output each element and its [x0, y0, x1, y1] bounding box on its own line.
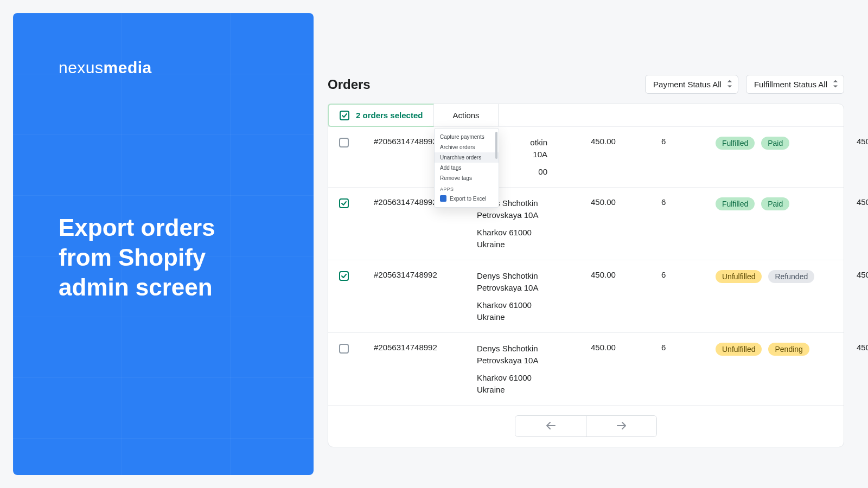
order-id: #2056314748992 — [374, 270, 477, 279]
addr-line1: Denys Shchotkin — [477, 343, 591, 355]
row-checkbox[interactable] — [339, 198, 349, 208]
fulfillment-badge: Fulfilled — [716, 137, 755, 150]
app-icon — [440, 195, 446, 202]
row-checkbox[interactable] — [339, 138, 349, 147]
addr-country: Ukraine — [477, 311, 591, 323]
selection-count-label: 2 orders selected — [356, 111, 423, 120]
menu-item-archive-orders[interactable]: Archive orders — [435, 142, 499, 152]
addr-city: Kharkov 61000 — [477, 372, 591, 384]
page-title: Orders — [328, 77, 371, 92]
status-badges: Unfulfilled Refunded — [716, 270, 857, 283]
table-row[interactable]: #2056314748992 Denys Shchotkin Petrovska… — [328, 188, 844, 260]
payment-status-filter-label: Payment Status All — [653, 80, 722, 89]
addr-city: Kharkov 61000 — [477, 227, 591, 239]
menu-item-export-label: Export to Excel — [450, 196, 486, 202]
actions-menu: Capture payments Archive orders Unarchiv… — [434, 128, 499, 208]
payment-badge: Pending — [768, 343, 809, 356]
addr-line2: Petrovskaya 10A — [477, 355, 591, 367]
promo-panel: nexusmedia Export orders from Shopify ad… — [13, 13, 314, 475]
select-all-checkbox[interactable] — [340, 111, 349, 120]
qty: 6 — [661, 137, 716, 146]
pagination — [328, 405, 844, 447]
sort-icon — [727, 80, 732, 89]
menu-item-add-tags[interactable]: Add tags — [435, 163, 499, 173]
fulfillment-badge: Unfulfilled — [716, 270, 762, 283]
payment-badge: Paid — [761, 137, 789, 150]
promo-headline: Export orders from Shopify admin screen — [59, 213, 268, 302]
payment-badge: Refunded — [768, 270, 814, 283]
addr-line1: Denys Shchotkin — [477, 270, 591, 282]
arrow-left-icon — [546, 423, 556, 431]
status-badges: Fulfilled Paid — [716, 137, 857, 150]
brand-bold: media — [104, 59, 152, 77]
orders-section: Orders Payment Status All Fulfillment St… — [328, 75, 844, 447]
fulfillment-status-filter[interactable]: Fulfillment Status All — [746, 75, 844, 94]
qty: 6 — [661, 197, 716, 207]
addr-country: Ukraine — [477, 239, 591, 251]
amount: 450.00 — [591, 343, 661, 352]
order-id: #2056314748992 — [374, 343, 477, 352]
addr-country: Ukraine — [477, 384, 591, 396]
orders-rows: #2056314748992 otkin 10A 00 450.00 6 Ful… — [328, 127, 844, 405]
row-checkbox[interactable] — [339, 344, 349, 354]
actions-button[interactable]: Actions — [434, 104, 498, 126]
next-page-button[interactable] — [586, 416, 656, 436]
table-row[interactable]: #2056314748992 Denys Shchotkin Petrovska… — [328, 260, 844, 333]
table-row[interactable]: #2056314748992 otkin 10A 00 450.00 6 Ful… — [328, 127, 844, 188]
total: 450.00 — [857, 137, 868, 146]
addr-line2: Petrovskaya 10A — [477, 209, 591, 221]
menu-section-apps: APPS — [435, 183, 499, 193]
fulfillment-badge: Unfulfilled — [716, 343, 762, 356]
selection-bar: 2 orders selected Actions — [328, 104, 844, 127]
menu-scrollbar[interactable] — [495, 132, 497, 159]
qty: 6 — [661, 343, 716, 352]
actions-button-label: Actions — [452, 111, 479, 120]
arrow-right-icon — [617, 423, 627, 431]
brand-thin: nexus — [59, 59, 104, 77]
header-row: Orders Payment Status All Fulfillment St… — [328, 75, 844, 94]
sort-icon — [833, 80, 838, 89]
payment-badge: Paid — [761, 197, 789, 210]
total: 450.00 — [857, 197, 868, 207]
menu-item-export-to-excel[interactable]: Export to Excel — [435, 193, 499, 204]
status-badges: Unfulfilled Pending — [716, 343, 857, 356]
amount: 450.00 — [591, 270, 661, 279]
total: 450.00 — [857, 270, 868, 279]
total: 450.00 — [857, 343, 868, 352]
amount: 450.00 — [591, 137, 661, 146]
table-row[interactable]: #2056314748992 Denys Shchotkin Petrovska… — [328, 333, 844, 405]
amount: 450.00 — [591, 197, 661, 207]
qty: 6 — [661, 270, 716, 279]
brand-logo: nexusmedia — [59, 59, 268, 77]
menu-item-remove-tags[interactable]: Remove tags — [435, 173, 499, 183]
menu-item-unarchive-orders[interactable]: Unarchive orders — [435, 152, 499, 163]
prev-page-button[interactable] — [515, 416, 586, 436]
selection-count[interactable]: 2 orders selected — [328, 104, 434, 127]
addr-city: Kharkov 61000 — [477, 299, 591, 311]
fulfillment-status-filter-label: Fulfillment Status All — [754, 80, 827, 89]
payment-status-filter[interactable]: Payment Status All — [645, 75, 738, 94]
customer-address: Denys Shchotkin Petrovskaya 10A Kharkov … — [477, 343, 591, 395]
status-badges: Fulfilled Paid — [716, 197, 857, 210]
fulfillment-badge: Fulfilled — [716, 197, 755, 210]
addr-line2: Petrovskaya 10A — [477, 282, 591, 294]
filters: Payment Status All Fulfillment Status Al… — [645, 75, 844, 94]
customer-address: Denys Shchotkin Petrovskaya 10A Kharkov … — [477, 270, 591, 323]
menu-item-capture-payments[interactable]: Capture payments — [435, 132, 499, 142]
pagination-group — [515, 415, 657, 437]
orders-panel: 2 orders selected Actions Capture paymen… — [328, 104, 844, 447]
row-checkbox[interactable] — [339, 271, 349, 281]
